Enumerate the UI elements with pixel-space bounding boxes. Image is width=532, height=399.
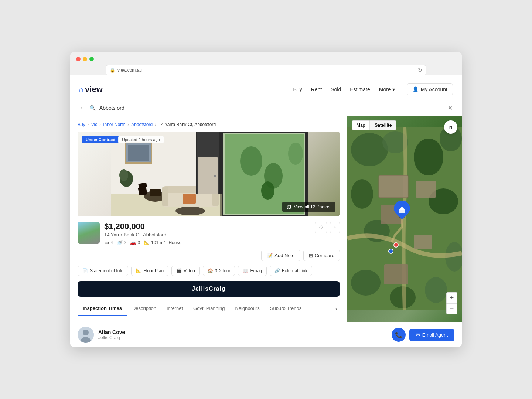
logo[interactable]: ⌂ view	[79, 85, 103, 94]
tab-suburb-trends[interactable]: Suburb Trends	[265, 302, 307, 316]
maximize-button[interactable]	[89, 57, 94, 61]
zoom-out-button[interactable]: −	[446, 303, 457, 314]
emag-icon: 📖	[243, 268, 248, 273]
tab-govt-planning[interactable]: Govt. Planning	[188, 302, 230, 316]
search-bar: ← 🔍 ✕	[70, 100, 462, 116]
map-view-button[interactable]: Map	[352, 120, 370, 130]
beds-spec: 🛏 4	[104, 240, 113, 245]
logo-text: view	[85, 85, 103, 94]
tab-internet[interactable]: Internet	[161, 302, 188, 316]
account-button[interactable]: 👤 My Account	[407, 83, 453, 95]
svg-point-39	[351, 270, 381, 296]
reload-button[interactable]: ↻	[418, 67, 422, 73]
parking-count: 3	[137, 240, 140, 245]
property-specs: 🛏 4 🚿 2 🚗 3	[104, 240, 310, 245]
breadcrumb-inner-north[interactable]: Inner North	[103, 122, 125, 127]
nav-links: Buy Rent Sold Estimate More ▾	[293, 86, 395, 92]
breadcrumb-buy[interactable]: Buy	[78, 122, 85, 127]
statement-of-info-button[interactable]: 📄 Statement of Info	[78, 266, 128, 276]
under-contract-badge: Under Contract	[82, 136, 119, 143]
compare-button[interactable]: ⊞ Compare	[303, 250, 340, 261]
note-icon: 📝	[267, 253, 273, 258]
more-dropdown[interactable]: More ▾	[379, 86, 395, 92]
page-content: ⌂ view Buy Rent Sold Estimate More ▾ 👤 M…	[70, 79, 462, 347]
svg-rect-16	[150, 189, 161, 196]
breadcrumb-sep-2: ›	[99, 122, 101, 127]
map-controls: Map Satellite	[352, 120, 396, 130]
account-label: My Account	[421, 86, 447, 92]
svg-rect-47	[414, 235, 432, 249]
back-button[interactable]: ←	[79, 104, 86, 112]
view-all-photos-button[interactable]: 🖼 View all 12 Photos	[282, 202, 335, 212]
left-panel: Buy › Vic › Inner North › Abbotsford › 1…	[70, 116, 347, 322]
thumb-image	[78, 222, 100, 244]
tab-inspection-times[interactable]: Inspection Times	[78, 302, 127, 316]
land-spec: 📐 101 m²	[144, 240, 165, 245]
footer-actions: 📞 ✉ Email Agent	[392, 328, 454, 342]
property-info: $1,200,000 14 Yarra Bank Ct, Abbotsford …	[104, 222, 310, 245]
right-panel: Map Satellite N + −	[347, 116, 462, 322]
land-size: 101 m²	[151, 240, 165, 245]
tab-neighbours[interactable]: Neighbours	[230, 302, 265, 316]
main-layout: Buy › Vic › Inner North › Abbotsford › 1…	[70, 116, 462, 322]
agent-banner-name: JellisCraig	[192, 286, 226, 292]
aerial-map	[347, 116, 462, 322]
property-actions: ♡ ↑	[315, 222, 340, 233]
property-header: $1,200,000 14 Yarra Bank Ct, Abbotsford …	[78, 222, 340, 245]
video-label: Video	[184, 268, 195, 273]
svg-rect-22	[162, 187, 168, 206]
emag-button[interactable]: 📖 Emag	[238, 266, 266, 276]
tabs-scroll-right[interactable]: ›	[332, 304, 340, 314]
parking-spec: 🚗 3	[130, 240, 140, 245]
zoom-controls: + −	[446, 292, 457, 314]
search-icon: 🔍	[89, 105, 96, 111]
address-bar[interactable]: 🔒 view.com.au ↻	[106, 65, 426, 75]
3d-tour-button[interactable]: 🏠 3D Tour	[203, 266, 235, 276]
search-input[interactable]	[99, 105, 444, 111]
agent-company: Jellis Craig	[98, 335, 387, 340]
baths-spec: 🚿 2	[117, 240, 127, 245]
tour-icon: 🏠	[208, 268, 213, 273]
agent-banner[interactable]: JellisCraig	[78, 281, 340, 297]
email-agent-button[interactable]: ✉ Email Agent	[409, 329, 454, 341]
nav-buy[interactable]: Buy	[293, 86, 302, 92]
share-button[interactable]: ↑	[330, 222, 340, 233]
floor-plan-button[interactable]: 📐 Floor Plan	[131, 266, 168, 276]
nav-estimate[interactable]: Estimate	[350, 86, 370, 92]
property-type: House	[168, 240, 181, 245]
minimize-button[interactable]	[83, 57, 87, 61]
nav-rent[interactable]: Rent	[311, 86, 322, 92]
view-photos-label: View all 12 Photos	[294, 204, 330, 209]
property-price: $1,200,000	[104, 222, 310, 231]
phone-button[interactable]: 📞	[392, 328, 406, 342]
svg-rect-45	[416, 181, 436, 198]
external-link-label: External Link	[282, 268, 307, 273]
close-button[interactable]	[76, 57, 81, 61]
breadcrumb-vic[interactable]: Vic	[91, 122, 97, 127]
tab-description[interactable]: Description	[127, 302, 161, 316]
chevron-down-icon: ▾	[392, 86, 395, 92]
breadcrumb-current: 14 Yarra Bank Ct, Abbotsford	[158, 122, 216, 127]
satellite-view-button[interactable]: Satellite	[370, 120, 396, 130]
zoom-in-button[interactable]: +	[446, 292, 457, 303]
svg-point-25	[175, 207, 205, 215]
user-icon: 👤	[412, 86, 419, 92]
map-view: Map Satellite N + −	[347, 116, 462, 322]
compass: N	[444, 120, 457, 134]
clear-button[interactable]: ✕	[447, 104, 453, 112]
traffic-lights	[76, 57, 456, 61]
svg-point-29	[214, 175, 216, 177]
like-button[interactable]: ♡	[315, 222, 327, 233]
external-link-icon: 🔗	[274, 268, 280, 273]
video-button[interactable]: 🎬 Video	[171, 266, 200, 276]
floorplan-icon: 📐	[136, 268, 141, 273]
property-photo: Under Contract Updated 2 hours ago 🖼 Vie…	[78, 132, 340, 216]
external-link-button[interactable]: 🔗 External Link	[270, 266, 312, 276]
svg-point-52	[83, 330, 89, 335]
svg-rect-42	[379, 175, 408, 198]
logo-icon: ⌂	[79, 85, 83, 94]
add-note-button[interactable]: 📝 Add Note	[261, 250, 300, 261]
breadcrumb-abbotsford[interactable]: Abbotsford	[131, 122, 153, 127]
floor-plan-label: Floor Plan	[143, 268, 164, 273]
nav-sold[interactable]: Sold	[331, 86, 341, 92]
